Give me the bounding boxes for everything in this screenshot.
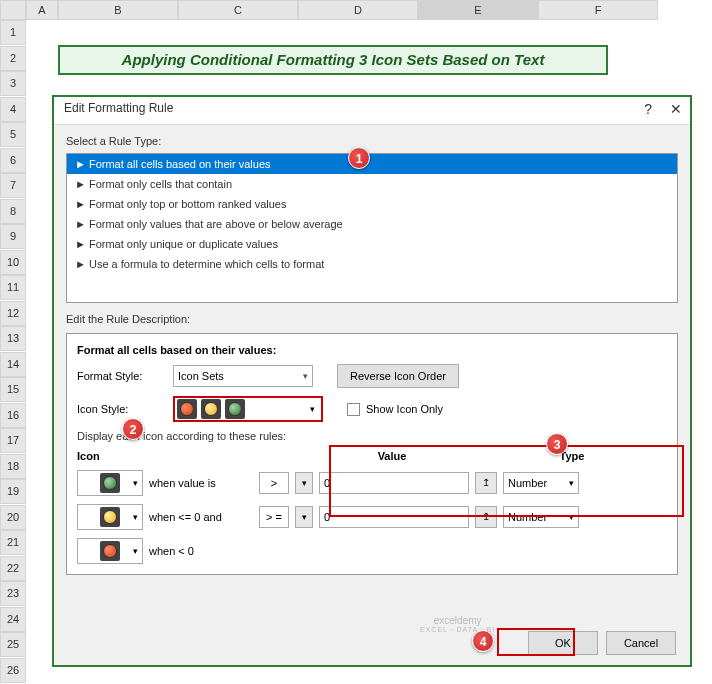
- callout-3: 3: [546, 433, 568, 455]
- row-header-26[interactable]: 26: [0, 658, 26, 683]
- rule-type-item[interactable]: ► Format only unique or duplicate values: [67, 234, 677, 254]
- when-label-2: when <= 0 and: [149, 511, 253, 523]
- annotation-box-rules: [329, 445, 684, 517]
- col-header-C[interactable]: C: [178, 0, 298, 20]
- row-header-9[interactable]: 9: [0, 224, 26, 249]
- help-button[interactable]: ?: [644, 101, 652, 117]
- rule-type-list[interactable]: ► Format all cells based on their values…: [66, 153, 678, 303]
- worksheet-title: Applying Conditional Formatting 3 Icon S…: [58, 45, 608, 75]
- desc-title: Format all cells based on their values:: [77, 344, 667, 356]
- rule-type-item[interactable]: ► Format all cells based on their values: [67, 154, 677, 174]
- edit-description-label: Edit the Rule Description:: [66, 313, 678, 325]
- row-header-15[interactable]: 15: [0, 377, 26, 402]
- row-header-10[interactable]: 10: [0, 250, 26, 275]
- cancel-button[interactable]: Cancel: [606, 631, 676, 655]
- format-style-select[interactable]: Icon Sets: [173, 365, 313, 387]
- close-button[interactable]: ✕: [670, 101, 682, 117]
- icon-select-2[interactable]: [77, 504, 143, 530]
- operator-dropdown-2[interactable]: ▾: [295, 506, 313, 528]
- row-header-7[interactable]: 7: [0, 173, 26, 198]
- display-rules-label: Display each icon according to these rul…: [77, 430, 667, 442]
- row-header-1[interactable]: 1: [0, 20, 26, 45]
- row-header-21[interactable]: 21: [0, 530, 26, 555]
- row-header-8[interactable]: 8: [0, 199, 26, 224]
- col-header-F[interactable]: F: [538, 0, 658, 20]
- show-icon-only-label: Show Icon Only: [366, 403, 443, 415]
- callout-2: 2: [122, 418, 144, 440]
- row-header-3[interactable]: 3: [0, 71, 26, 96]
- icon-select-1[interactable]: [77, 470, 143, 496]
- format-style-label: Format Style:: [77, 370, 167, 382]
- operator-dropdown-1[interactable]: ▾: [295, 472, 313, 494]
- icon-select-3[interactable]: [77, 538, 143, 564]
- col-header-B[interactable]: B: [58, 0, 178, 20]
- icon-style-select[interactable]: [173, 396, 323, 422]
- operator-select-2[interactable]: > =: [259, 506, 289, 528]
- when-label-3: when < 0: [149, 545, 253, 557]
- reverse-icon-order-button[interactable]: Reverse Icon Order: [337, 364, 459, 388]
- row-header-22[interactable]: 22: [0, 556, 26, 581]
- row-header-11[interactable]: 11: [0, 275, 26, 300]
- row-header-23[interactable]: 23: [0, 581, 26, 606]
- dialog-title-text: Edit Formatting Rule: [64, 101, 173, 115]
- rule-type-item[interactable]: ► Format only top or bottom ranked value…: [67, 194, 677, 214]
- watermark: exceldemy EXCEL · DATA · BI: [420, 615, 495, 634]
- row-header-4[interactable]: 4: [0, 97, 26, 122]
- icon-rule-row-3: when < 0: [77, 538, 667, 564]
- edit-formatting-rule-dialog: Edit Formatting Rule ? ✕ Select a Rule T…: [52, 95, 692, 667]
- row-header-13[interactable]: 13: [0, 326, 26, 351]
- row-header-20[interactable]: 20: [0, 505, 26, 530]
- rule-type-item[interactable]: ► Use a formula to determine which cells…: [67, 254, 677, 274]
- row-header-2[interactable]: 2: [0, 46, 26, 71]
- row-header-12[interactable]: 12: [0, 301, 26, 326]
- callout-1: 1: [348, 147, 370, 169]
- row-header-19[interactable]: 19: [0, 479, 26, 504]
- row-header-17[interactable]: 17: [0, 428, 26, 453]
- select-rule-type-label: Select a Rule Type:: [66, 135, 678, 147]
- select-all-corner[interactable]: [0, 0, 26, 20]
- dialog-titlebar: Edit Formatting Rule ? ✕: [54, 97, 690, 125]
- row-header-18[interactable]: 18: [0, 454, 26, 479]
- row-header-25[interactable]: 25: [0, 632, 26, 657]
- show-icon-only-checkbox[interactable]: [347, 403, 360, 416]
- icon-header: Icon: [77, 450, 277, 462]
- col-header-A[interactable]: A: [26, 0, 58, 20]
- annotation-box-ok: [497, 628, 575, 656]
- operator-select-1[interactable]: >: [259, 472, 289, 494]
- row-header-16[interactable]: 16: [0, 403, 26, 428]
- col-header-E[interactable]: E: [418, 0, 538, 20]
- icon-style-label: Icon Style:: [77, 403, 167, 415]
- when-label-1: when value is: [149, 477, 253, 489]
- row-header-6[interactable]: 6: [0, 148, 26, 173]
- rule-type-item[interactable]: ► Format only cells that contain: [67, 174, 677, 194]
- row-header-5[interactable]: 5: [0, 122, 26, 147]
- row-header-14[interactable]: 14: [0, 352, 26, 377]
- row-header-24[interactable]: 24: [0, 607, 26, 632]
- rule-type-item[interactable]: ► Format only values that are above or b…: [67, 214, 677, 234]
- col-header-D[interactable]: D: [298, 0, 418, 20]
